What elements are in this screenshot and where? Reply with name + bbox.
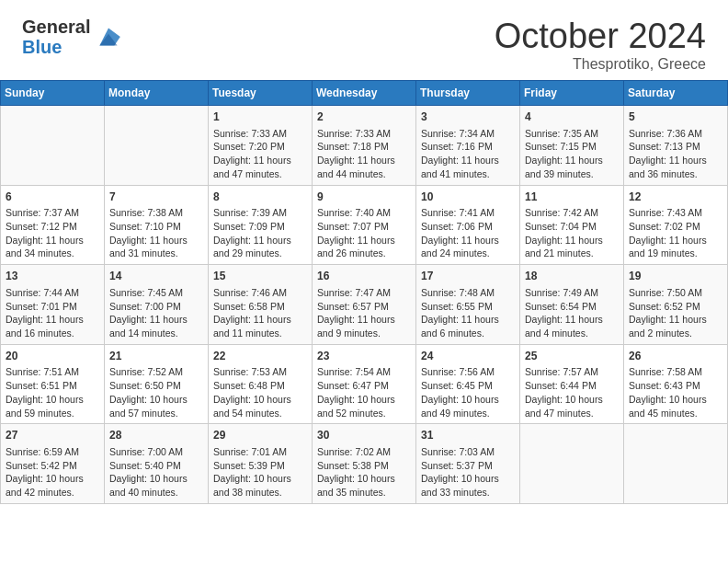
cell-day-number: 20 (6, 349, 99, 364)
cell-info-text: Sunrise: 7:56 AM Sunset: 6:45 PM Dayligh… (421, 365, 515, 419)
cell-info-text: Sunrise: 7:54 AM Sunset: 6:47 PM Dayligh… (317, 365, 411, 419)
cell-info-text: Sunrise: 7:52 AM Sunset: 6:50 PM Dayligh… (109, 365, 203, 419)
month-title: October 2024 (495, 17, 706, 56)
cell-day-number: 21 (109, 349, 203, 364)
cell-day-number: 26 (629, 349, 722, 364)
cell-day-number: 18 (525, 269, 619, 284)
calendar-cell: 6Sunrise: 7:37 AM Sunset: 7:12 PM Daylig… (1, 185, 105, 265)
calendar-cell: 17Sunrise: 7:48 AM Sunset: 6:55 PM Dayli… (416, 265, 520, 345)
cell-info-text: Sunrise: 7:49 AM Sunset: 6:54 PM Dayligh… (525, 286, 619, 340)
calendar-cell: 21Sunrise: 7:52 AM Sunset: 6:50 PM Dayli… (105, 344, 209, 424)
cell-day-number: 25 (525, 349, 619, 364)
cell-info-text: Sunrise: 7:00 AM Sunset: 5:40 PM Dayligh… (109, 445, 203, 500)
cell-info-text: Sunrise: 7:43 AM Sunset: 7:02 PM Dayligh… (629, 206, 722, 260)
calendar-cell: 10Sunrise: 7:41 AM Sunset: 7:06 PM Dayli… (416, 185, 520, 265)
cell-day-number: 8 (213, 190, 307, 205)
cell-info-text: Sunrise: 7:02 AM Sunset: 5:38 PM Dayligh… (317, 445, 411, 500)
cell-info-text: Sunrise: 7:48 AM Sunset: 6:55 PM Dayligh… (421, 286, 515, 340)
logo-general-text: General (22, 17, 90, 37)
calendar-cell: 24Sunrise: 7:56 AM Sunset: 6:45 PM Dayli… (416, 344, 520, 424)
calendar-week-row: 1Sunrise: 7:33 AM Sunset: 7:20 PM Daylig… (1, 106, 728, 186)
calendar-cell: 11Sunrise: 7:42 AM Sunset: 7:04 PM Dayli… (520, 185, 624, 265)
cell-day-number: 31 (421, 428, 515, 443)
calendar-header: SundayMondayTuesdayWednesdayThursdayFrid… (1, 81, 728, 106)
cell-info-text: Sunrise: 7:57 AM Sunset: 6:44 PM Dayligh… (525, 365, 619, 419)
cell-day-number: 12 (629, 190, 722, 205)
cell-day-number: 4 (525, 109, 619, 125)
cell-info-text: Sunrise: 7:46 AM Sunset: 6:58 PM Dayligh… (213, 286, 307, 340)
calendar-cell: 7Sunrise: 7:38 AM Sunset: 7:10 PM Daylig… (105, 185, 209, 265)
logo-blue-text: Blue (22, 37, 90, 57)
cell-day-number: 29 (213, 428, 307, 443)
calendar-cell (520, 424, 624, 504)
cell-info-text: Sunrise: 7:36 AM Sunset: 7:13 PM Dayligh… (629, 127, 722, 181)
cell-day-number: 15 (213, 269, 307, 284)
cell-info-text: Sunrise: 7:33 AM Sunset: 7:20 PM Dayligh… (213, 127, 307, 181)
cell-day-number: 24 (421, 349, 515, 364)
weekday-header-cell: Tuesday (209, 81, 313, 106)
cell-info-text: Sunrise: 7:33 AM Sunset: 7:18 PM Dayligh… (317, 127, 411, 181)
title-block: October 2024 Thesprotiko, Greece (495, 17, 706, 73)
cell-info-text: Sunrise: 7:42 AM Sunset: 7:04 PM Dayligh… (525, 206, 619, 260)
cell-info-text: Sunrise: 7:47 AM Sunset: 6:57 PM Dayligh… (317, 286, 411, 340)
cell-info-text: Sunrise: 7:50 AM Sunset: 6:52 PM Dayligh… (629, 286, 722, 340)
calendar-cell: 28Sunrise: 7:00 AM Sunset: 5:40 PM Dayli… (105, 424, 209, 504)
weekday-header-cell: Wednesday (313, 81, 416, 106)
calendar-cell: 2Sunrise: 7:33 AM Sunset: 7:18 PM Daylig… (313, 106, 416, 186)
calendar-cell: 12Sunrise: 7:43 AM Sunset: 7:02 PM Dayli… (624, 185, 728, 265)
cell-info-text: Sunrise: 7:35 AM Sunset: 7:15 PM Dayligh… (525, 127, 619, 181)
calendar-body: 1Sunrise: 7:33 AM Sunset: 7:20 PM Daylig… (1, 106, 728, 504)
weekday-header-cell: Sunday (1, 81, 105, 106)
calendar-cell: 8Sunrise: 7:39 AM Sunset: 7:09 PM Daylig… (209, 185, 313, 265)
calendar-week-row: 6Sunrise: 7:37 AM Sunset: 7:12 PM Daylig… (1, 185, 728, 265)
cell-info-text: Sunrise: 7:44 AM Sunset: 7:01 PM Dayligh… (6, 286, 99, 340)
calendar-cell: 4Sunrise: 7:35 AM Sunset: 7:15 PM Daylig… (520, 106, 624, 186)
cell-day-number: 30 (317, 428, 411, 443)
cell-day-number: 7 (109, 190, 203, 205)
cell-day-number: 11 (525, 190, 619, 205)
calendar-cell: 22Sunrise: 7:53 AM Sunset: 6:48 PM Dayli… (209, 344, 313, 424)
cell-day-number: 27 (6, 428, 99, 443)
calendar-week-row: 27Sunrise: 6:59 AM Sunset: 5:42 PM Dayli… (1, 424, 728, 504)
calendar-cell: 19Sunrise: 7:50 AM Sunset: 6:52 PM Dayli… (624, 265, 728, 345)
cell-day-number: 14 (109, 269, 203, 284)
cell-info-text: Sunrise: 7:01 AM Sunset: 5:39 PM Dayligh… (213, 445, 307, 500)
cell-day-number: 2 (317, 109, 411, 125)
cell-day-number: 10 (421, 190, 515, 205)
calendar-cell: 30Sunrise: 7:02 AM Sunset: 5:38 PM Dayli… (313, 424, 416, 504)
cell-info-text: Sunrise: 7:39 AM Sunset: 7:09 PM Dayligh… (213, 206, 307, 260)
calendar-cell: 9Sunrise: 7:40 AM Sunset: 7:07 PM Daylig… (313, 185, 416, 265)
cell-day-number: 16 (317, 269, 411, 284)
calendar-week-row: 20Sunrise: 7:51 AM Sunset: 6:51 PM Dayli… (1, 344, 728, 424)
cell-day-number: 1 (213, 109, 307, 125)
weekday-header-cell: Friday (520, 81, 624, 106)
cell-day-number: 5 (629, 109, 722, 125)
cell-day-number: 19 (629, 269, 722, 284)
cell-info-text: Sunrise: 7:45 AM Sunset: 7:00 PM Dayligh… (109, 286, 203, 340)
cell-info-text: Sunrise: 6:59 AM Sunset: 5:42 PM Dayligh… (6, 445, 99, 500)
cell-day-number: 9 (317, 190, 411, 205)
calendar-cell: 14Sunrise: 7:45 AM Sunset: 7:00 PM Dayli… (105, 265, 209, 345)
cell-day-number: 23 (317, 349, 411, 364)
cell-info-text: Sunrise: 7:37 AM Sunset: 7:12 PM Dayligh… (6, 206, 99, 260)
calendar-cell: 3Sunrise: 7:34 AM Sunset: 7:16 PM Daylig… (416, 106, 520, 186)
cell-day-number: 28 (109, 428, 203, 443)
cell-info-text: Sunrise: 7:38 AM Sunset: 7:10 PM Dayligh… (109, 206, 203, 260)
calendar-cell (105, 106, 209, 186)
weekday-header-row: SundayMondayTuesdayWednesdayThursdayFrid… (1, 81, 728, 106)
cell-info-text: Sunrise: 7:40 AM Sunset: 7:07 PM Dayligh… (317, 206, 411, 260)
cell-day-number: 3 (421, 109, 515, 125)
cell-day-number: 22 (213, 349, 307, 364)
calendar-cell: 31Sunrise: 7:03 AM Sunset: 5:37 PM Dayli… (416, 424, 520, 504)
calendar-cell (624, 424, 728, 504)
cell-info-text: Sunrise: 7:03 AM Sunset: 5:37 PM Dayligh… (421, 445, 515, 500)
logo-icon (94, 22, 123, 52)
weekday-header-cell: Saturday (624, 81, 728, 106)
subtitle: Thesprotiko, Greece (495, 56, 706, 73)
calendar-table: SundayMondayTuesdayWednesdayThursdayFrid… (0, 80, 728, 504)
cell-day-number: 13 (6, 269, 99, 284)
weekday-header-cell: Thursday (416, 81, 520, 106)
calendar-cell: 29Sunrise: 7:01 AM Sunset: 5:39 PM Dayli… (209, 424, 313, 504)
logo: General Blue (22, 17, 123, 57)
calendar-cell: 15Sunrise: 7:46 AM Sunset: 6:58 PM Dayli… (209, 265, 313, 345)
